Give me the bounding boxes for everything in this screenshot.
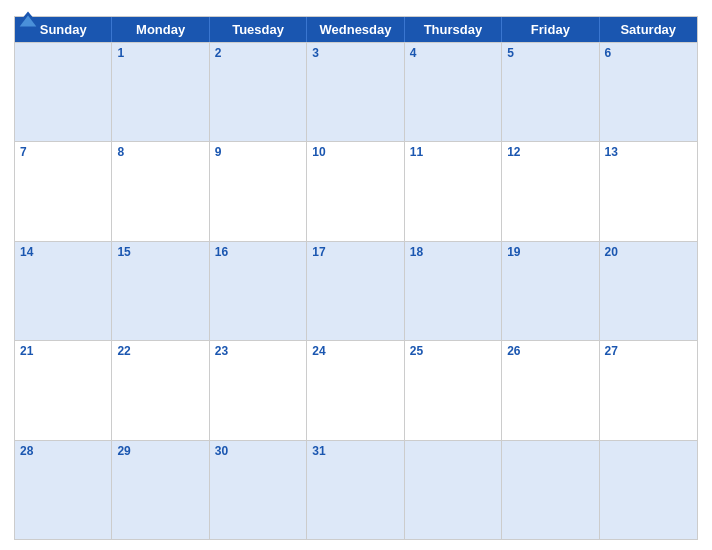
cal-cell: 0 xyxy=(15,43,112,141)
cal-cell: 13 xyxy=(600,142,697,240)
cal-cell: 29 xyxy=(112,441,209,539)
day-number: 30 xyxy=(215,444,228,458)
cal-cell: 22 xyxy=(112,341,209,439)
weekday-header-monday: Monday xyxy=(112,17,209,42)
day-number: 8 xyxy=(117,145,124,159)
logo xyxy=(14,10,42,28)
week-row-2: 78910111213 xyxy=(15,141,697,240)
cal-cell: 4 xyxy=(405,43,502,141)
day-number: 31 xyxy=(312,444,325,458)
cal-cell: 27 xyxy=(600,341,697,439)
cal-cell: 0 xyxy=(502,441,599,539)
day-number: 4 xyxy=(410,46,417,60)
day-number: 14 xyxy=(20,245,33,259)
day-number: 6 xyxy=(605,46,612,60)
cal-cell: 14 xyxy=(15,242,112,340)
cal-cell: 1 xyxy=(112,43,209,141)
day-number: 0 xyxy=(605,444,612,458)
logo-icon xyxy=(14,10,42,28)
week-row-4: 21222324252627 xyxy=(15,340,697,439)
cal-cell: 3 xyxy=(307,43,404,141)
weekday-header-row: SundayMondayTuesdayWednesdayThursdayFrid… xyxy=(15,17,697,42)
day-number: 2 xyxy=(215,46,222,60)
day-number: 11 xyxy=(410,145,423,159)
cal-cell: 23 xyxy=(210,341,307,439)
cal-cell: 5 xyxy=(502,43,599,141)
calendar: SundayMondayTuesdayWednesdayThursdayFrid… xyxy=(14,16,698,540)
cal-cell: 21 xyxy=(15,341,112,439)
cal-cell: 2 xyxy=(210,43,307,141)
day-number: 12 xyxy=(507,145,520,159)
day-number: 25 xyxy=(410,344,423,358)
cal-cell: 7 xyxy=(15,142,112,240)
day-number: 7 xyxy=(20,145,27,159)
day-number: 0 xyxy=(507,444,514,458)
cal-cell: 10 xyxy=(307,142,404,240)
cal-cell: 30 xyxy=(210,441,307,539)
cal-cell: 19 xyxy=(502,242,599,340)
day-number: 22 xyxy=(117,344,130,358)
weekday-header-tuesday: Tuesday xyxy=(210,17,307,42)
week-row-3: 14151617181920 xyxy=(15,241,697,340)
day-number: 18 xyxy=(410,245,423,259)
page: SundayMondayTuesdayWednesdayThursdayFrid… xyxy=(0,0,712,550)
day-number: 0 xyxy=(410,444,417,458)
day-number: 15 xyxy=(117,245,130,259)
day-number: 3 xyxy=(312,46,319,60)
day-number: 17 xyxy=(312,245,325,259)
cal-cell: 28 xyxy=(15,441,112,539)
cal-cell: 16 xyxy=(210,242,307,340)
cal-cell: 11 xyxy=(405,142,502,240)
day-number: 0 xyxy=(20,46,27,60)
cal-cell: 26 xyxy=(502,341,599,439)
day-number: 27 xyxy=(605,344,618,358)
weekday-header-thursday: Thursday xyxy=(405,17,502,42)
week-row-5: 28293031000 xyxy=(15,440,697,539)
cal-cell: 12 xyxy=(502,142,599,240)
cal-cell: 20 xyxy=(600,242,697,340)
cal-cell: 17 xyxy=(307,242,404,340)
day-number: 1 xyxy=(117,46,124,60)
calendar-body: 0123456789101112131415161718192021222324… xyxy=(15,42,697,539)
day-number: 23 xyxy=(215,344,228,358)
day-number: 29 xyxy=(117,444,130,458)
cal-cell: 0 xyxy=(405,441,502,539)
day-number: 5 xyxy=(507,46,514,60)
weekday-header-wednesday: Wednesday xyxy=(307,17,404,42)
day-number: 13 xyxy=(605,145,618,159)
weekday-header-saturday: Saturday xyxy=(600,17,697,42)
day-number: 16 xyxy=(215,245,228,259)
cal-cell: 18 xyxy=(405,242,502,340)
day-number: 21 xyxy=(20,344,33,358)
day-number: 10 xyxy=(312,145,325,159)
day-number: 20 xyxy=(605,245,618,259)
cal-cell: 15 xyxy=(112,242,209,340)
cal-cell: 9 xyxy=(210,142,307,240)
day-number: 24 xyxy=(312,344,325,358)
weekday-header-friday: Friday xyxy=(502,17,599,42)
cal-cell: 31 xyxy=(307,441,404,539)
week-row-1: 0123456 xyxy=(15,42,697,141)
cal-cell: 24 xyxy=(307,341,404,439)
day-number: 28 xyxy=(20,444,33,458)
day-number: 9 xyxy=(215,145,222,159)
cal-cell: 25 xyxy=(405,341,502,439)
cal-cell: 0 xyxy=(600,441,697,539)
day-number: 26 xyxy=(507,344,520,358)
day-number: 19 xyxy=(507,245,520,259)
cal-cell: 6 xyxy=(600,43,697,141)
cal-cell: 8 xyxy=(112,142,209,240)
